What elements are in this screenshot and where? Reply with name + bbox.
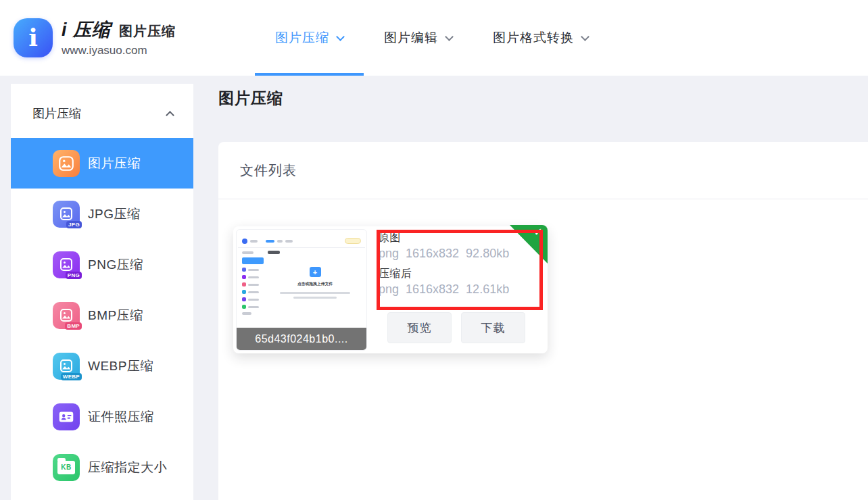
- png-compress-icon: PNG: [53, 251, 80, 278]
- sidebar-item-id-photo-compress[interactable]: 证件照压缩: [11, 391, 193, 442]
- sidebar-item-bmp-compress[interactable]: BMP BMP压缩: [11, 290, 193, 341]
- mini-login-button: [345, 238, 361, 244]
- check-icon: ✓: [534, 226, 543, 239]
- chevron-down-icon: [336, 32, 345, 41]
- brand-name: i 压缩: [62, 18, 111, 42]
- header: i i 压缩 图片压缩 www.iyasuo.com 图片压缩 图片编辑 图片格…: [0, 0, 868, 76]
- sidebar-item-webp-compress[interactable]: WEBP WEBP压缩: [11, 341, 193, 391]
- nav-item-label: 图片编辑: [384, 29, 438, 47]
- compressed-info: png 1616x832 12.61kb: [379, 282, 509, 297]
- logo-icon: i: [14, 18, 53, 57]
- brand-text: i 压缩 图片压缩 www.iyasuo.com: [62, 18, 176, 57]
- sidebar-item-label: PNG压缩: [88, 256, 143, 274]
- sidebar-item-label: 证件照压缩: [88, 408, 154, 426]
- webp-compress-icon: WEBP: [53, 353, 80, 380]
- page-title: 图片压缩: [218, 88, 868, 109]
- image-compress-icon: [53, 150, 80, 177]
- mini-logo-icon: [242, 239, 247, 244]
- main-content: 图片压缩 文件列表: [218, 84, 868, 500]
- brand-logo[interactable]: i i 压缩 图片压缩 www.iyasuo.com: [14, 18, 176, 57]
- sidebar-item-image-compress[interactable]: 图片压缩: [11, 138, 193, 189]
- chevron-down-icon: [581, 32, 589, 41]
- file-card: + 点击或拖拽上传文件 65d43f024b1b0.... ✓: [233, 226, 548, 353]
- success-corner-badge: ✓: [510, 225, 548, 264]
- sidebar-item-label: JPG压缩: [88, 205, 140, 223]
- sidebar-group-title: 图片压缩: [32, 105, 81, 122]
- kb-folder-icon: KB: [53, 454, 80, 481]
- download-button[interactable]: 下载: [461, 312, 525, 343]
- sidebar-item-label: 压缩指定大小: [88, 459, 167, 476]
- page: i i 压缩 图片压缩 www.iyasuo.com 图片压缩 图片编辑 图片格…: [0, 0, 868, 500]
- kb-badge: KB: [61, 464, 71, 471]
- mini-upload-plus-icon: +: [310, 267, 321, 277]
- main-nav: 图片压缩 图片编辑 图片格式转换: [255, 0, 608, 76]
- nav-item-image-edit[interactable]: 图片编辑: [364, 0, 473, 76]
- thumbnail-preview: + 点击或拖拽上传文件: [238, 235, 365, 324]
- preview-button[interactable]: 预览: [387, 312, 452, 343]
- brand-tagline: 图片压缩: [119, 22, 176, 41]
- png-badge: PNG: [66, 272, 82, 279]
- sidebar-item-compress-to-size[interactable]: KB 压缩指定大小: [11, 442, 193, 493]
- file-thumbnail[interactable]: + 点击或拖拽上传文件 65d43f024b1b0....: [236, 229, 367, 351]
- sidebar-item-jpg-compress[interactable]: JPG JPG压缩: [11, 189, 193, 239]
- jpg-badge: JPG: [66, 221, 82, 228]
- mini-upload-text: 点击或拖拽上传文件: [297, 281, 333, 286]
- sidebar-item-label: WEBP压缩: [88, 357, 153, 375]
- file-list-panel: 文件列表: [218, 142, 868, 500]
- nav-item-image-compress[interactable]: 图片压缩: [255, 0, 364, 76]
- sidebar-item-png-compress[interactable]: PNG PNG压缩: [11, 239, 193, 290]
- sidebar-group-header[interactable]: 图片压缩: [11, 89, 193, 138]
- bmp-badge: BMP: [65, 322, 82, 330]
- file-info: 原图 png 1616x832 92.80kb 压缩后 png 1616x832…: [379, 231, 509, 303]
- original-info: png 1616x832 92.80kb: [379, 247, 509, 261]
- nav-item-format-convert[interactable]: 图片格式转换: [473, 0, 608, 76]
- nav-item-label: 图片压缩: [275, 29, 329, 47]
- sidebar: 图片压缩 图片压缩 JPG JPG压缩 PNG PNG压缩: [11, 84, 193, 500]
- brand-domain: www.iyasuo.com: [62, 44, 176, 57]
- logo-letter: i: [28, 25, 38, 49]
- original-label: 原图: [379, 231, 509, 245]
- sidebar-item-label: 图片压缩: [88, 155, 141, 172]
- bmp-compress-icon: BMP: [53, 302, 80, 329]
- file-name: 65d43f024b1b0....: [237, 328, 366, 350]
- chevron-down-icon: [445, 32, 454, 41]
- compressed-label: 压缩后: [379, 267, 509, 281]
- id-photo-icon: [53, 403, 80, 430]
- sidebar-item-label: BMP压缩: [88, 307, 143, 324]
- chevron-up-icon: [166, 111, 174, 120]
- jpg-compress-icon: JPG: [53, 201, 80, 228]
- panel-title: 文件列表: [240, 161, 297, 180]
- nav-item-label: 图片格式转换: [493, 29, 574, 47]
- webp-badge: WEBP: [61, 373, 82, 380]
